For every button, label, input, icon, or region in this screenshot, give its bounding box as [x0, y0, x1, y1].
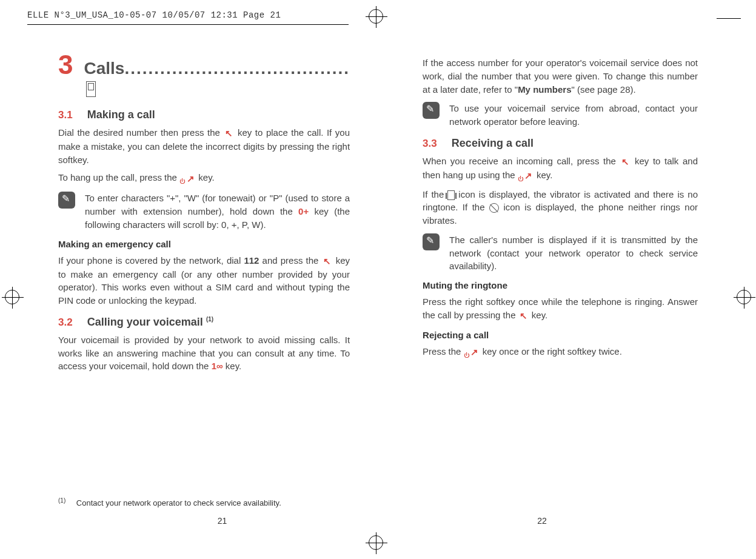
- end-call-key-icon: ↗: [469, 346, 480, 359]
- call-key-icon: ↖: [223, 127, 234, 140]
- zero-key-icon: 0+: [298, 206, 309, 216]
- paragraph: If the icon is displayed, the vibrator i…: [423, 188, 698, 227]
- page-number-right: 22: [537, 516, 547, 526]
- power-icon: ⏻: [518, 176, 523, 182]
- end-call-key-icon: ↗: [523, 169, 534, 182]
- crop-line: [717, 18, 741, 19]
- section-number: 3.3: [423, 138, 437, 149]
- power-icon: ⏻: [179, 178, 185, 184]
- tip-lightbulb-icon: [423, 233, 440, 250]
- chapter-heading: 3 Calls.................................…: [58, 52, 350, 98]
- text: key.: [223, 361, 242, 371]
- page-left: 3 Calls.................................…: [58, 52, 386, 526]
- paragraph: Press the ⏻↗ key once or the right softk…: [423, 345, 698, 360]
- paragraph: If the access number for your operator's…: [423, 56, 698, 96]
- registration-mark-icon: [737, 290, 751, 304]
- section-heading-3-1: 3.1 Making a call: [58, 109, 350, 121]
- section-heading-3-3: 3.3 Receiving a call: [423, 137, 698, 150]
- bold-term: My numbers: [518, 84, 571, 95]
- text: key.: [534, 170, 553, 180]
- subheading: Making an emergency call: [58, 239, 350, 249]
- call-key-icon: ↖: [620, 155, 631, 169]
- paragraph: Press the right softkey once while the t…: [423, 295, 698, 323]
- section-number: 3.1: [58, 109, 73, 121]
- paragraph: Your voicemail is provided by your netwo…: [58, 333, 350, 373]
- text: If your phone is covered by the network,…: [58, 255, 244, 266]
- text: If the: [423, 189, 447, 199]
- registration-mark-icon: [369, 9, 383, 24]
- footnote: (1) Contact your network operator to che…: [58, 497, 350, 507]
- chapter-number: 3: [58, 52, 73, 78]
- paragraph: When you receive an incoming call, press…: [423, 155, 698, 183]
- paragraph: If your phone is covered by the network,…: [58, 254, 350, 307]
- print-crop-header: ELLE N°3_UM_USA_10-05-07 10/05/07 12:31 …: [27, 10, 281, 20]
- page-number-left: 21: [218, 516, 227, 526]
- text: Press the right softkey once while the t…: [423, 296, 698, 320]
- chapter-title-word: Calls: [84, 59, 124, 78]
- tip-text: To enter characters "+", "W" (for tonewa…: [85, 192, 350, 231]
- tip-callout: The caller's number is displayed if it i…: [423, 233, 698, 273]
- paragraph: To hang up the call, press the ⏻↗ key.: [58, 171, 350, 186]
- vibrate-icon: [447, 190, 455, 200]
- text: key.: [196, 172, 215, 182]
- section-number: 3.2: [58, 316, 73, 328]
- chapter-title-text: Calls...................................…: [84, 59, 350, 98]
- silent-icon: [489, 203, 499, 213]
- section-title: Making a call: [87, 109, 155, 121]
- tip-lightbulb-icon: [58, 192, 75, 209]
- tip-callout: To enter characters "+", "W" (for tonewa…: [58, 192, 350, 231]
- footnote-marker: (1): [58, 497, 65, 504]
- text: " (see page 28).: [571, 84, 635, 95]
- text: and press the: [259, 255, 321, 266]
- text: Dial the desired number then press the: [58, 127, 223, 138]
- footnote-ref: (1): [206, 316, 213, 323]
- text: When you receive an incoming call, press…: [423, 156, 620, 166]
- footnote-text: Contact your network operator to check s…: [76, 498, 281, 507]
- call-key-icon: ↖: [518, 309, 529, 323]
- text: To hang up the call, press the: [58, 172, 179, 182]
- section-heading-3-2: 3.2 Calling your voicemail (1): [58, 316, 350, 329]
- section-title: Calling your voicemail (1): [87, 316, 213, 328]
- subheading: Muting the ringtone: [423, 280, 698, 290]
- page-right: If the access number for your operator's…: [386, 52, 698, 526]
- tip-text: To use your voicemail service from abroa…: [449, 102, 698, 129]
- text: key.: [529, 310, 548, 320]
- section-title: Receiving a call: [452, 137, 534, 149]
- subheading: Rejecting a call: [423, 330, 698, 340]
- text: key once or the right softkey twice.: [480, 346, 622, 356]
- end-call-key-icon: ↗: [185, 172, 196, 186]
- tip-lightbulb-icon: [423, 102, 440, 119]
- tip-callout: To use your voicemail service from abroa…: [423, 102, 698, 129]
- registration-mark-icon: [5, 290, 19, 304]
- call-key-icon: ↖: [322, 255, 333, 268]
- text: Your voicemail is provided by your netwo…: [58, 335, 350, 372]
- emergency-number: 112: [244, 255, 259, 266]
- paragraph: Dial the desired number then press the ↖…: [58, 126, 350, 166]
- one-key-icon: 1∞: [212, 361, 223, 371]
- phone-device-icon: [86, 81, 96, 97]
- dot-leader: ......................................: [124, 59, 350, 78]
- crop-line: [27, 24, 349, 25]
- power-icon: ⏻: [464, 352, 469, 358]
- registration-mark-icon: [369, 535, 383, 550]
- tip-text: The caller's number is displayed if it i…: [449, 233, 698, 273]
- text: Calling your voicemail: [87, 316, 206, 328]
- text: Press the: [423, 346, 464, 356]
